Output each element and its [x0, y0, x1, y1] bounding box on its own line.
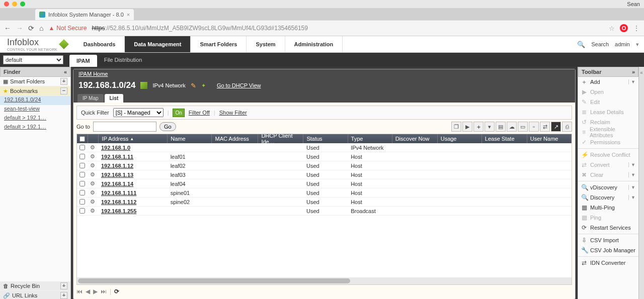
filter-off-link[interactable]: Filter Off: [189, 110, 210, 116]
zoom-window-icon[interactable]: [20, 2, 25, 7]
tool-cloud-icon[interactable]: ☁: [507, 122, 517, 132]
reload-button[interactable]: ⟳: [28, 24, 34, 32]
ip-link[interactable]: 192.168.1.11: [101, 154, 133, 160]
table-row[interactable]: ⚙192.168.1.255UsedBroadcast: [77, 207, 572, 216]
nav-administration[interactable]: Administration: [285, 36, 343, 52]
extension-icon[interactable]: O: [620, 24, 628, 32]
dropdown-icon[interactable]: ▼: [628, 195, 635, 200]
row-checkbox[interactable]: [79, 199, 85, 205]
row-checkbox[interactable]: [79, 172, 85, 177]
right-grip[interactable]: «: [638, 67, 644, 299]
ip-link[interactable]: 192.168.1.255: [101, 208, 136, 214]
tool-discovery[interactable]: 🔍Discovery▼: [578, 192, 638, 203]
expand-urllinks-icon[interactable]: +: [60, 292, 67, 299]
close-window-icon[interactable]: [4, 2, 9, 7]
ip-link[interactable]: 192.168.1.111: [101, 190, 136, 196]
row-gear-icon[interactable]: ⚙: [88, 153, 98, 160]
bookmark-item[interactable]: default > 192.1…: [0, 114, 70, 123]
tool-delete-icon[interactable]: ▫: [529, 122, 539, 132]
browser-menu-icon[interactable]: ⋮: [633, 24, 640, 32]
tool-doc-icon[interactable]: ▤: [496, 122, 506, 132]
table-row[interactable]: ⚙192.168.1.11leaf01UsedHost: [77, 152, 572, 161]
row-gear-icon[interactable]: ⚙: [88, 180, 98, 187]
row-gear-icon[interactable]: ⚙: [88, 144, 98, 151]
col-status[interactable]: Status: [303, 134, 348, 143]
col-name[interactable]: Name: [168, 134, 212, 143]
show-filter-link[interactable]: Show Filter: [219, 110, 247, 116]
user-menu-dropdown-icon[interactable]: ▾: [636, 41, 639, 48]
tool-idn[interactable]: ⇄IDN Converter: [578, 258, 638, 268]
col-dhcp[interactable]: DHCP Client Ide…: [258, 134, 303, 143]
bookmark-item[interactable]: default > 192.1…: [0, 123, 70, 132]
tool-add-icon[interactable]: ＋: [473, 122, 484, 132]
nav-system[interactable]: System: [247, 36, 285, 52]
tool-multi-ping[interactable]: ▦Multi-Ping: [578, 203, 638, 213]
nav-dashboards[interactable]: Dashboards: [74, 36, 125, 52]
expand-recycle-icon[interactable]: +: [60, 282, 67, 289]
col-usage[interactable]: Usage: [438, 134, 482, 143]
refresh-grid-icon[interactable]: ⟳: [114, 288, 119, 295]
row-gear-icon[interactable]: ⚙: [88, 162, 98, 169]
tool-vdiscovery[interactable]: 🔍vDiscovery▼: [578, 182, 638, 192]
back-button[interactable]: ←: [4, 24, 11, 32]
inner-tab-list[interactable]: List: [105, 94, 124, 103]
search-label[interactable]: Search: [591, 41, 609, 47]
subtab-file-distribution[interactable]: File Distribution: [97, 53, 149, 67]
nav-data-management[interactable]: Data Management: [125, 36, 191, 52]
tool-print-icon[interactable]: ⎙: [562, 122, 572, 132]
select-all-checkbox[interactable]: [79, 136, 85, 142]
col-discover[interactable]: Discover Now: [392, 134, 438, 143]
add-smart-folder-icon[interactable]: +: [60, 78, 67, 85]
row-checkbox[interactable]: [79, 208, 85, 214]
col-type[interactable]: Type: [348, 134, 392, 143]
network-view-select[interactable]: default: [3, 55, 63, 64]
browser-tab[interactable]: Infoblox System Manager - 8.0 ×: [35, 9, 134, 20]
search-icon[interactable]: 🔍: [577, 41, 585, 48]
network-action-icon[interactable]: ✦: [201, 82, 206, 89]
dropdown-icon[interactable]: ▼: [628, 185, 635, 190]
row-checkbox[interactable]: [79, 145, 85, 150]
tool-next-icon[interactable]: ▶: [462, 122, 472, 132]
row-checkbox[interactable]: [79, 163, 85, 168]
bookmark-star-icon[interactable]: ☆: [609, 25, 615, 32]
go-button[interactable]: Go: [159, 122, 176, 131]
bookmark-item[interactable]: 192.168.1.0/24: [0, 96, 70, 105]
row-checkbox[interactable]: [79, 154, 85, 159]
ip-link[interactable]: 192.168.1.112: [101, 199, 136, 205]
table-row[interactable]: ⚙192.168.1.111spine01UsedHost: [77, 188, 572, 197]
tool-export-icon[interactable]: ↗: [551, 122, 561, 132]
user-name[interactable]: admin: [615, 41, 630, 47]
grid-hscroll[interactable]: [77, 277, 572, 284]
col-lease[interactable]: Lease State: [482, 134, 527, 143]
tool-restart[interactable]: ⟳Restart Services: [578, 223, 638, 233]
ip-link[interactable]: 192.168.1.13: [101, 172, 133, 178]
tool-add[interactable]: ＋Add▼: [578, 77, 638, 87]
table-row[interactable]: ⚙192.168.1.0UsedIPv4 Network: [77, 143, 572, 152]
url-links[interactable]: 🔗 URL Links +: [0, 291, 70, 299]
collapse-bookmarks-icon[interactable]: −: [60, 87, 67, 94]
ip-link[interactable]: 192.168.1.12: [101, 163, 133, 169]
tool-swap-icon[interactable]: ⇄: [540, 122, 550, 132]
row-gear-icon[interactable]: ⚙: [88, 198, 98, 205]
tool-copy-icon[interactable]: ❐: [451, 122, 461, 132]
tool-csv-job[interactable]: 🔧CSV Job Manager: [578, 245, 638, 255]
tool-screen-icon[interactable]: ▭: [518, 122, 528, 132]
subtab-ipam[interactable]: IPAM: [69, 55, 97, 67]
col-ip[interactable]: IP Address▲: [99, 134, 168, 143]
collapse-toolbar-icon[interactable]: »: [632, 69, 635, 75]
dropdown-icon[interactable]: ▼: [628, 79, 635, 84]
breadcrumb-home[interactable]: IPAM Home: [78, 71, 108, 77]
table-row[interactable]: ⚙192.168.1.13leaf03UsedHost: [77, 170, 572, 179]
nav-smart-folders[interactable]: Smart Folders: [191, 36, 247, 52]
edit-network-icon[interactable]: ✎: [191, 82, 196, 89]
table-row[interactable]: ⚙192.168.1.112spine02UsedHost: [77, 197, 572, 207]
bookmarks-node[interactable]: ★ Bookmarks −: [0, 86, 70, 96]
row-gear-icon[interactable]: ⚙: [88, 208, 98, 214]
filter-on-toggle[interactable]: On: [173, 109, 184, 117]
recycle-bin[interactable]: 🗑 Recycle Bin +: [0, 281, 70, 291]
row-checkbox[interactable]: [79, 190, 85, 195]
col-mac[interactable]: MAC Address: [212, 134, 258, 143]
smart-folders-node[interactable]: ▦ Smart Folders +: [0, 77, 70, 86]
goto-input[interactable]: [93, 122, 156, 132]
minimize-window-icon[interactable]: [12, 2, 17, 7]
